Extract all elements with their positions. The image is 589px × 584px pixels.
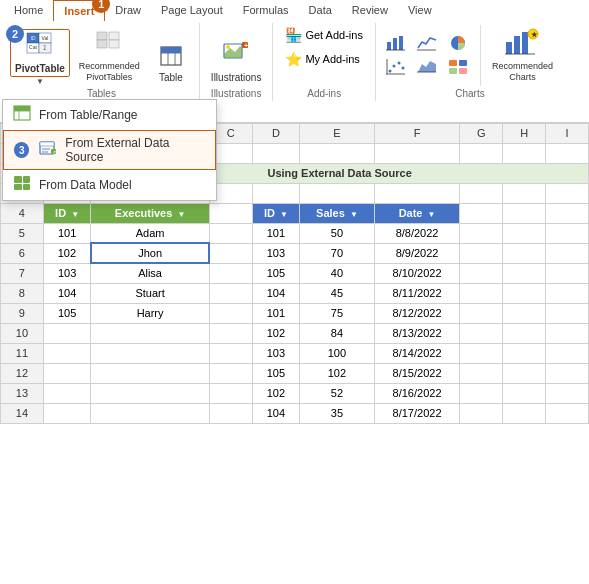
illustrations-group: + Illustrations Illustrations	[200, 23, 274, 101]
svg-rect-58	[23, 176, 30, 183]
col-header-e[interactable]: E	[300, 123, 375, 143]
col-header-i[interactable]: I	[546, 123, 589, 143]
table-row: 8 104 Stuart 104 45 8/11/2022	[1, 283, 589, 303]
left-exec-2-jhon[interactable]: Jhon	[91, 243, 210, 263]
tab-data[interactable]: Data	[299, 0, 342, 21]
area-chart-button[interactable]	[413, 56, 441, 78]
left-exec-3[interactable]: Alisa	[91, 263, 210, 283]
left-table-header-id[interactable]: ID ▼	[43, 203, 90, 223]
row-header: 14	[1, 403, 44, 423]
tab-review[interactable]: Review	[342, 0, 398, 21]
tab-draw[interactable]: Draw	[105, 0, 151, 21]
dropdown-from-model[interactable]: From Data Model	[3, 170, 216, 200]
right-date-6[interactable]: 8/13/2022	[374, 323, 460, 343]
right-date-10[interactable]: 8/17/2022	[374, 403, 460, 423]
svg-rect-23	[387, 42, 391, 50]
from-model-icon	[13, 175, 31, 195]
svg-rect-57	[14, 176, 22, 183]
svg-rect-12	[109, 40, 119, 48]
tables-group-label: Tables	[87, 88, 116, 99]
ribbon-content: 2 ID Val Cat ∑	[0, 21, 589, 101]
left-id-5[interactable]: 105	[43, 303, 90, 323]
svg-text:Val: Val	[41, 35, 48, 41]
illustrations-button[interactable]: + Illustrations	[206, 37, 267, 86]
pie-chart-button[interactable]	[444, 32, 472, 54]
svg-marker-35	[418, 61, 436, 72]
get-addins-icon: 🏪	[285, 27, 302, 43]
right-sales-1[interactable]: 50	[300, 223, 375, 243]
col-header-h[interactable]: H	[503, 123, 546, 143]
col-header-d[interactable]: D	[252, 123, 299, 143]
row-header: 12	[1, 363, 44, 383]
right-id-2[interactable]: 103	[252, 243, 299, 263]
line-chart-button[interactable]	[413, 32, 441, 54]
dropdown-from-external[interactable]: 3 ↗ From External Data Source	[3, 130, 216, 170]
right-sales-7[interactable]: 100	[300, 343, 375, 363]
more-charts-button[interactable]	[444, 56, 472, 78]
left-exec-1[interactable]: Adam	[91, 223, 210, 243]
svg-text:★: ★	[531, 31, 538, 38]
right-sales-5[interactable]: 75	[300, 303, 375, 323]
right-id-9[interactable]: 102	[252, 383, 299, 403]
row-header: 5	[1, 223, 44, 243]
right-sales-10[interactable]: 35	[300, 403, 375, 423]
right-id-10[interactable]: 104	[252, 403, 299, 423]
tab-view[interactable]: View	[398, 0, 442, 21]
recommended-pivottables-button[interactable]: ? RecommendedPivotTables	[74, 28, 145, 86]
right-date-5[interactable]: 8/12/2022	[374, 303, 460, 323]
svg-rect-48	[14, 106, 30, 111]
left-id-4[interactable]: 104	[43, 283, 90, 303]
right-sales-3[interactable]: 40	[300, 263, 375, 283]
right-date-1[interactable]: 8/8/2022	[374, 223, 460, 243]
right-id-5[interactable]: 101	[252, 303, 299, 323]
left-exec-5[interactable]: Harry	[91, 303, 210, 323]
recommended-charts-button[interactable]: ★ RecommendedCharts	[487, 25, 558, 86]
right-id-1[interactable]: 101	[252, 223, 299, 243]
svg-rect-37	[449, 60, 457, 66]
right-date-2[interactable]: 8/9/2022	[374, 243, 460, 263]
right-sales-9[interactable]: 52	[300, 383, 375, 403]
right-sales-6[interactable]: 84	[300, 323, 375, 343]
dropdown-from-table[interactable]: From Table/Range	[3, 100, 216, 130]
tab-insert[interactable]: Insert 1	[53, 0, 105, 21]
col-header-g[interactable]: G	[460, 123, 503, 143]
my-addins-button[interactable]: ⭐ My Add-ins	[279, 49, 365, 69]
right-date-7[interactable]: 8/14/2022	[374, 343, 460, 363]
right-date-3[interactable]: 8/10/2022	[374, 263, 460, 283]
right-sales-4[interactable]: 45	[300, 283, 375, 303]
tab-page-layout[interactable]: Page Layout	[151, 0, 233, 21]
right-id-6[interactable]: 102	[252, 323, 299, 343]
recommended-pivottables-icon: ?	[96, 31, 122, 59]
col-header-f[interactable]: F	[374, 123, 460, 143]
table-row: 9 105 Harry 101 75 8/12/2022	[1, 303, 589, 323]
get-addins-button[interactable]: 🏪 Get Add-ins	[279, 25, 368, 45]
bar-chart-button[interactable]	[382, 32, 410, 54]
left-table-header-exec[interactable]: Executives ▼	[91, 203, 210, 223]
left-id-2[interactable]: 102	[43, 243, 90, 263]
right-table-header-id[interactable]: ID ▼	[252, 203, 299, 223]
my-addins-label: My Add-ins	[305, 53, 359, 65]
ribbon-tabs: Home Insert 1 Draw Page Layout Formulas …	[0, 0, 589, 21]
my-addins-icon: ⭐	[285, 51, 302, 67]
right-sales-2[interactable]: 70	[300, 243, 375, 263]
pivot-dropdown-arrow[interactable]: ▼	[36, 77, 44, 86]
left-exec-4[interactable]: Stuart	[91, 283, 210, 303]
right-table-header-sales[interactable]: Sales ▼	[300, 203, 375, 223]
tab-home[interactable]: Home	[4, 0, 53, 21]
from-external-icon: ↗	[39, 140, 57, 160]
right-table-header-date[interactable]: Date ▼	[374, 203, 460, 223]
right-date-9[interactable]: 8/16/2022	[374, 383, 460, 403]
right-id-7[interactable]: 103	[252, 343, 299, 363]
from-model-label: From Data Model	[39, 178, 132, 192]
left-id-3[interactable]: 103	[43, 263, 90, 283]
right-id-4[interactable]: 104	[252, 283, 299, 303]
right-date-8[interactable]: 8/15/2022	[374, 363, 460, 383]
tab-formulas[interactable]: Formulas	[233, 0, 299, 21]
scatter-chart-button[interactable]	[382, 56, 410, 78]
right-sales-8[interactable]: 102	[300, 363, 375, 383]
right-id-3[interactable]: 105	[252, 263, 299, 283]
right-id-8[interactable]: 105	[252, 363, 299, 383]
table-button[interactable]: Table	[149, 43, 193, 86]
right-date-4[interactable]: 8/11/2022	[374, 283, 460, 303]
left-id-1[interactable]: 101	[43, 223, 90, 243]
